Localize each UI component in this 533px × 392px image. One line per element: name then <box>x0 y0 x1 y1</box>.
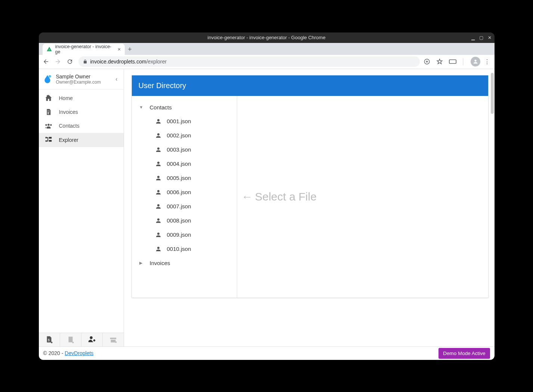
window-titlebar: invoice-generator - invoice-generator - … <box>39 32 495 43</box>
person-icon <box>155 189 162 196</box>
person-icon <box>155 118 162 125</box>
main-scrollbar[interactable] <box>491 73 494 343</box>
tab-favicon-icon <box>46 46 52 52</box>
chevron-down-icon: ▼ <box>139 105 143 109</box>
sidebar: Sample Owner Owner@Example.com ‹ Home <box>39 69 124 346</box>
person-icon <box>155 217 162 224</box>
arrow-left-icon: ← <box>242 190 253 203</box>
tree-file[interactable]: 0002.json <box>132 128 237 143</box>
url-path: /explorer <box>146 59 167 65</box>
browser-addressbar: invoice.devdroplets.com/explorer │ ⋮ <box>39 55 495 69</box>
window-minimize-icon[interactable]: ▁ <box>471 35 475 40</box>
svg-text:$: $ <box>48 338 50 342</box>
demo-mode-button[interactable]: Demo Mode Active <box>439 348 490 359</box>
tree-folder-contacts[interactable]: ▼ Contacts <box>132 100 237 114</box>
sidebar-item-label: Home <box>59 95 73 101</box>
zoom-plus-icon[interactable] <box>424 58 431 65</box>
new-tab-button[interactable]: + <box>125 44 135 55</box>
footer-copyright: © 2020 - <box>43 350 65 356</box>
file-label: 0004.json <box>167 161 191 167</box>
tree-folder-invoices[interactable]: ▶ Invoices <box>132 256 237 270</box>
profile-avatar-icon[interactable] <box>471 57 478 66</box>
file-label: 0005.json <box>167 175 191 181</box>
tab-close-icon[interactable]: × <box>118 46 121 52</box>
quick-new-contact-button[interactable] <box>81 333 103 346</box>
person-icon <box>155 161 162 167</box>
home-icon <box>44 94 53 102</box>
file-label: 0003.json <box>167 146 191 153</box>
sidebar-item-label: Invoices <box>59 109 78 115</box>
tree-file[interactable]: 0001.json <box>132 114 237 128</box>
window-maximize-icon[interactable]: ▢ <box>478 35 484 40</box>
nav-forward-icon <box>55 58 63 65</box>
nav-reload-icon[interactable] <box>66 58 75 65</box>
svg-text:$: $ <box>47 112 49 114</box>
sidebar-nav: Home $ Invoices Contacts <box>39 90 124 147</box>
extension-icon[interactable] <box>449 59 456 64</box>
sidebar-item-invoices[interactable]: $ Invoices <box>39 105 124 119</box>
tree-file[interactable]: 0003.json <box>132 143 237 157</box>
explorer-icon <box>44 136 53 144</box>
sidebar-quick-actions: $ <box>39 333 124 346</box>
tree-file[interactable]: 0009.json <box>132 228 237 242</box>
person-icon <box>155 246 162 252</box>
person-icon <box>155 175 162 181</box>
nav-back-icon[interactable] <box>43 58 51 65</box>
browser-tab-active[interactable]: invoice-generator - invoice-ge × <box>43 44 125 55</box>
file-label: 0008.json <box>167 217 191 224</box>
file-label: 0002.json <box>167 132 191 139</box>
quick-new-invoice-button[interactable]: $ <box>39 333 60 346</box>
file-tree: ▼ Contacts 0001.json0002.json0003.json00… <box>132 96 237 298</box>
url-host: invoice.devdroplets.com <box>90 59 146 65</box>
addressbar-right: │ ⋮ <box>424 57 491 66</box>
bookmark-star-icon[interactable] <box>436 58 444 65</box>
svg-point-2 <box>49 75 51 78</box>
contacts-icon <box>44 122 53 130</box>
tree-file[interactable]: 0004.json <box>132 157 237 171</box>
tree-file[interactable]: 0005.json <box>132 171 237 185</box>
quick-new-receipt-button[interactable] <box>60 333 81 346</box>
file-label: 0010.json <box>167 246 191 252</box>
url-field[interactable]: invoice.devdroplets.com/explorer <box>78 56 420 67</box>
file-label: 0006.json <box>167 189 191 195</box>
owner-name: Sample Owner <box>56 74 110 80</box>
droplet-logo-icon <box>43 74 52 84</box>
quick-new-archive-button[interactable] <box>103 333 124 346</box>
browser-tabstrip: invoice-generator - invoice-ge × + <box>39 43 495 55</box>
file-label: 0009.json <box>167 231 191 238</box>
footer-link[interactable]: DevDroplets <box>65 350 93 356</box>
person-icon <box>155 231 162 238</box>
person-icon <box>155 132 162 139</box>
tree-file[interactable]: 0010.json <box>132 242 237 256</box>
chrome-window: invoice-generator - invoice-generator - … <box>39 32 495 360</box>
sidebar-item-home[interactable]: Home <box>39 91 124 105</box>
app-footer: © 2020 - DevDroplets Demo Mode Active <box>39 346 495 360</box>
chevron-right-icon: ▶ <box>139 261 143 265</box>
tree-file[interactable]: 0008.json <box>132 214 237 228</box>
url-text: invoice.devdroplets.com/explorer <box>90 59 167 65</box>
window-close-icon[interactable]: ✕ <box>487 35 492 40</box>
kebab-menu-icon[interactable]: ⋮ <box>483 58 491 65</box>
file-detail-placeholder: ← Select a File <box>237 96 488 298</box>
file-label: 0001.json <box>167 118 191 124</box>
sidebar-item-label: Contacts <box>59 123 80 129</box>
window-title: invoice-generator - invoice-generator - … <box>208 35 326 40</box>
main-area: User Directory ▼ Contacts 0001.json0002.… <box>124 69 495 346</box>
placeholder-text: Select a File <box>255 190 317 203</box>
tab-label: invoice-generator - invoice-ge <box>55 44 115 55</box>
folder-label: Contacts <box>150 104 172 111</box>
person-icon <box>155 203 162 210</box>
user-directory-panel: User Directory ▼ Contacts 0001.json0002.… <box>131 75 489 298</box>
owner-block: Sample Owner Owner@Example.com ‹ <box>39 69 124 90</box>
sidebar-item-explorer[interactable]: Explorer <box>39 133 124 147</box>
folder-label: Invoices <box>150 260 170 266</box>
sidebar-item-label: Explorer <box>59 137 78 143</box>
tree-file[interactable]: 0006.json <box>132 185 237 199</box>
svg-rect-1 <box>449 60 456 63</box>
file-label: 0007.json <box>167 203 191 209</box>
sidebar-collapse-icon[interactable]: ‹ <box>113 75 120 83</box>
app-root: Sample Owner Owner@Example.com ‹ Home <box>39 69 495 360</box>
tree-file[interactable]: 0007.json <box>132 199 237 214</box>
lock-icon <box>83 59 87 64</box>
sidebar-item-contacts[interactable]: Contacts <box>39 119 124 133</box>
